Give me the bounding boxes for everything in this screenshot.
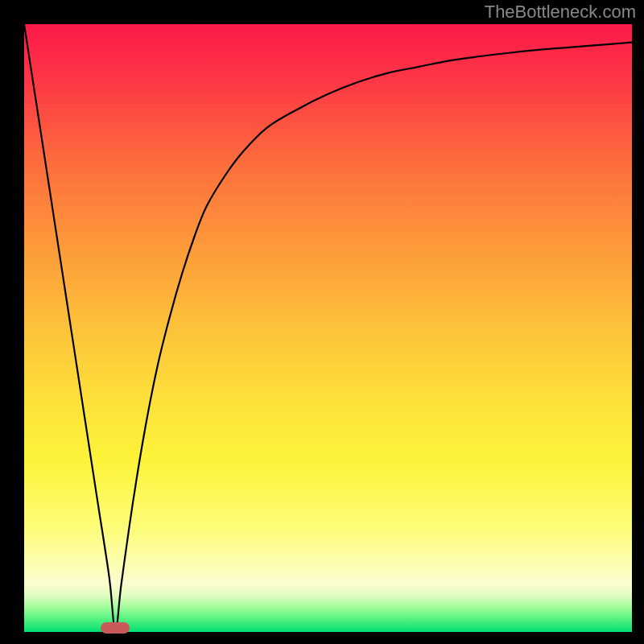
plot-area xyxy=(24,24,632,632)
curve-svg xyxy=(24,24,632,632)
bottleneck-curve-path xyxy=(24,24,632,632)
chart-frame: TheBottleneck.com xyxy=(0,0,644,644)
watermark-text: TheBottleneck.com xyxy=(485,2,636,23)
minimum-marker-pill xyxy=(101,622,130,634)
